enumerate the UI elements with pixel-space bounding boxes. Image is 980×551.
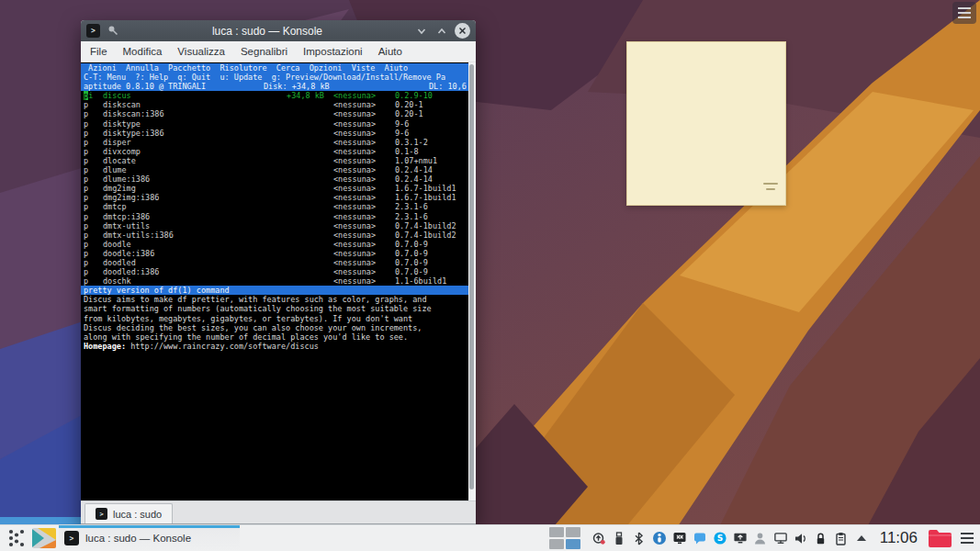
maximize-button[interactable]: [434, 24, 449, 39]
package-row-disktype[interactable]: pdisktype<nessuna>9-6: [81, 119, 468, 129]
task-button-konsole[interactable]: > luca : sudo — Konsole: [59, 525, 240, 551]
plasma-logo-icon: [6, 528, 27, 548]
homepage-line: Homepage: http://www.raincrazy.com/softw…: [81, 342, 468, 351]
konsole-icon: >: [86, 24, 100, 38]
download-size: DL: 10,6 k: [429, 82, 468, 91]
menu-item-modifica[interactable]: Modifica: [123, 46, 163, 57]
screen-sharing-icon[interactable]: [733, 531, 748, 545]
aptitude-version: aptitude 0.8.10 @ TRINGALI: [84, 82, 206, 91]
package-row-dmtx-utils:i386[interactable]: pdmtx-utils:i386<nessuna>0.7.4-1build2: [81, 231, 468, 240]
homepage-url: http://www.raincrazy.com/software/discus: [126, 342, 319, 351]
desktop: > luca : sudo — Konsole FileModificaVisu…: [0, 0, 980, 551]
terminal-view[interactable]: Azioni Annulla Pacchetto Risolutore Cerc…: [81, 62, 476, 500]
software-updates-icon[interactable]: [591, 531, 606, 545]
package-row-dlume[interactable]: pdlume<nessuna>0.2.4-14: [81, 165, 468, 174]
lock-icon[interactable]: [814, 531, 828, 545]
homepage-label: Homepage:: [84, 342, 126, 351]
desktop-3[interactable]: [549, 539, 564, 549]
desktop-toolbox-button[interactable]: [952, 2, 976, 24]
aptitude-menu-line[interactable]: Azioni Annulla Pacchetto Risolutore Cerc…: [81, 63, 468, 73]
menubar: FileModificaVisualizzaSegnalibriImpostaz…: [81, 41, 476, 62]
network-icon[interactable]: [773, 531, 788, 545]
desktop-1[interactable]: [549, 527, 564, 537]
package-row-dmtcp:i386[interactable]: pdmtcp:i386<nessuna>2.3.1-6: [81, 212, 468, 221]
instant-messaging-icon[interactable]: [693, 531, 707, 545]
device-notifier-icon[interactable]: [612, 531, 626, 545]
skype-icon[interactable]: S: [713, 531, 727, 545]
menu-item-visualizza[interactable]: Visualizza: [177, 46, 225, 57]
package-row-diskscan[interactable]: pdiskscan<nessuna>0.20-1: [81, 100, 468, 109]
taskbar: > luca : sudo — Konsole: [0, 524, 980, 551]
red-folder-icon[interactable]: [927, 531, 952, 545]
minimize-button[interactable]: [414, 24, 429, 39]
description-line: Discus deciding the best sizes, you can …: [81, 323, 468, 332]
window-title: luca : sudo — Konsole: [126, 25, 409, 38]
package-summary-divider[interactable]: pretty version of df(1) command: [81, 286, 468, 295]
tab-luca-sudo[interactable]: > luca : sudo: [84, 503, 173, 523]
menu-item-impostazioni[interactable]: Impostazioni: [303, 46, 363, 57]
system-tray: S: [549, 527, 976, 549]
package-row-dmtx-utils[interactable]: pdmtx-utils<nessuna>0.7.4-1build2: [81, 221, 468, 231]
package-row-dlocate[interactable]: pdlocate<nessuna>1.07+nmu1: [81, 156, 468, 165]
clipboard-icon[interactable]: [834, 531, 849, 545]
digital-clock[interactable]: 11:06: [880, 529, 918, 547]
package-row-doschk[interactable]: pdoschk<nessuna>1.1-6build1: [81, 276, 468, 286]
konsole-task-icon: >: [64, 531, 79, 545]
menu-item-file[interactable]: File: [90, 46, 107, 57]
package-row-doodle[interactable]: pdoodle<nessuna>0.7.0-9: [81, 240, 468, 249]
tabbar: > luca : sudo: [81, 500, 476, 524]
titlebar[interactable]: > luca : sudo — Konsole: [81, 20, 476, 41]
sticky-note-widget[interactable]: [626, 41, 786, 206]
package-row-doodled[interactable]: pdoodled<nessuna>0.7.0-9: [81, 258, 468, 267]
konsole-window: > luca : sudo — Konsole FileModificaVisu…: [81, 20, 476, 524]
volume-icon[interactable]: [794, 531, 808, 545]
package-row-disper[interactable]: pdisper<nessuna>0.3.1-2: [81, 138, 468, 147]
tab-label: luca : sudo: [113, 509, 162, 520]
application-launcher-button[interactable]: [4, 526, 28, 551]
close-button[interactable]: [455, 23, 470, 39]
virtual-desktop-pager[interactable]: [549, 527, 580, 549]
menu-item-aiuto[interactable]: Aiuto: [378, 46, 402, 57]
terminal-scrollbar[interactable]: [468, 62, 476, 500]
package-description: Discus aims to make df prettier, with fe…: [81, 295, 468, 341]
package-row-doodle:i386[interactable]: pdoodle:i386<nessuna>0.7.0-9: [81, 249, 468, 258]
screensaver-icon[interactable]: [672, 531, 687, 545]
aptitude-keys-line: C-T: Menu ?: Help q: Quit u: Update g: P…: [81, 73, 468, 82]
package-row-disktype:i386[interactable]: pdisktype:i386<nessuna>9-6: [81, 129, 468, 138]
package-row-discus[interactable]: pidiscus+34,8 kB<nessuna>0.2.9-10: [81, 91, 468, 100]
panel-menu-icon[interactable]: [958, 529, 976, 547]
description-line: Discus aims to make df prettier, with fe…: [81, 295, 468, 304]
package-row-dmtcp[interactable]: pdmtcp<nessuna>2.3.1-6: [81, 202, 468, 211]
description-line: along with specifying the number of deci…: [81, 332, 468, 342]
konsole-tab-icon: >: [96, 508, 107, 520]
pin-icon[interactable]: [106, 24, 120, 39]
scrollbar-thumb[interactable]: [469, 64, 474, 489]
show-desktop-icon[interactable]: [32, 528, 56, 548]
note-resize-handle-icon[interactable]: [763, 179, 778, 197]
aptitude-status-line: aptitude 0.8.10 @ TRINGALI Disk: +34,8 k…: [81, 82, 468, 91]
disk-usage: Disk: +34,8 kB: [264, 82, 330, 91]
package-row-dlume:i386[interactable]: pdlume:i386<nessuna>0.2.4-14: [81, 174, 468, 184]
desktop-4[interactable]: [566, 539, 580, 549]
package-list: pidiscus+34,8 kB<nessuna>0.2.9-10pdisksc…: [81, 91, 468, 286]
user-switcher-icon[interactable]: [753, 531, 768, 545]
package-row-diskscan:i386[interactable]: pdiskscan:i386<nessuna>0.20-1: [81, 109, 468, 118]
tray-expander-icon[interactable]: [854, 531, 869, 545]
package-row-doodled:i386[interactable]: pdoodled:i386<nessuna>0.7.0-9: [81, 267, 468, 276]
info-icon[interactable]: [652, 531, 667, 545]
description-line: from kilobytes, megabytes, gigabytes, or…: [81, 314, 468, 323]
svg-text:S: S: [716, 534, 722, 543]
package-row-divxcomp[interactable]: pdivxcomp<nessuna>0.1-8: [81, 147, 468, 156]
task-label: luca : sudo — Konsole: [85, 533, 191, 544]
description-line: smart formatting of numbers (automatical…: [81, 304, 468, 313]
desktop-2[interactable]: [566, 527, 580, 537]
bluetooth-icon[interactable]: [632, 531, 647, 545]
package-row-dmg2img[interactable]: pdmg2img<nessuna>1.6.7-1build1: [81, 184, 468, 193]
menu-item-segnalibri[interactable]: Segnalibri: [241, 46, 287, 57]
package-row-dmg2img:i386[interactable]: pdmg2img:i386<nessuna>1.6.7-1build1: [81, 193, 468, 202]
